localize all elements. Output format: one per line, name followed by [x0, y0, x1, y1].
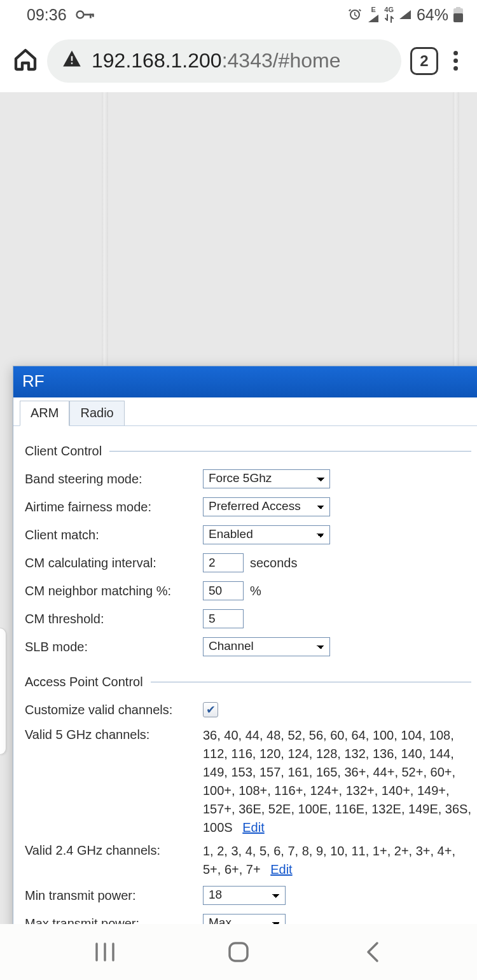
- band-steering-label: Band steering mode:: [25, 472, 203, 487]
- max-tx-power-select[interactable]: Max: [203, 914, 286, 924]
- valid-5ghz-value: 36, 40, 44, 48, 52, 56, 60, 64, 100, 104…: [203, 728, 471, 834]
- slb-mode-select[interactable]: Channel: [203, 637, 330, 656]
- airtime-fairness-label: Airtime fairness mode:: [25, 500, 203, 514]
- dialog-title: RF: [13, 366, 477, 397]
- svg-rect-6: [456, 7, 460, 9]
- android-nav-bar: [0, 924, 477, 980]
- client-match-label: Client match:: [25, 528, 203, 542]
- svg-point-0: [76, 11, 83, 18]
- customize-channels-label: Customize valid channels:: [25, 703, 203, 717]
- cm-neighbor-input[interactable]: [203, 581, 244, 600]
- valid-5ghz-label: Valid 5 GHz channels:: [25, 726, 203, 742]
- tab-radio[interactable]: Radio: [69, 401, 124, 425]
- max-tx-power-label: Max transmit power:: [25, 916, 203, 925]
- ap-control-legend: Access Point Control: [25, 675, 471, 689]
- svg-rect-2: [90, 14, 92, 18]
- band-steering-select[interactable]: Force 5Ghz: [203, 469, 330, 488]
- min-tx-power-label: Min transmit power:: [25, 888, 203, 903]
- vpn-key-icon: [76, 10, 95, 20]
- network-4g-indicator: 4G: [384, 6, 394, 23]
- svg-rect-3: [92, 14, 94, 17]
- airtime-fairness-select[interactable]: Preferred Access: [203, 497, 330, 516]
- cm-interval-unit: seconds: [250, 556, 298, 570]
- cm-threshold-label: CM threshold:: [25, 612, 203, 626]
- client-control-legend-text: Client Control: [25, 444, 102, 459]
- status-time: 09:36: [27, 6, 67, 24]
- cm-interval-label: CM calculating interval:: [25, 556, 203, 570]
- url-rest: :4343/#home: [222, 49, 341, 72]
- cm-neighbor-unit: %: [250, 584, 261, 598]
- client-match-select[interactable]: Enabled: [203, 525, 330, 544]
- nav-back-icon[interactable]: [350, 936, 394, 968]
- cm-interval-input[interactable]: [203, 553, 244, 572]
- svg-rect-1: [83, 14, 93, 16]
- customize-channels-checkbox[interactable]: ✔: [203, 702, 218, 717]
- arm-panel: Client Control Band steering mode: Force…: [13, 426, 477, 924]
- tab-switcher[interactable]: 2: [410, 47, 438, 75]
- client-control-legend: Client Control: [25, 444, 471, 459]
- battery-percent: 64%: [417, 6, 448, 24]
- valid-24ghz-edit-link[interactable]: Edit: [270, 862, 292, 876]
- scroll-hint-tab[interactable]: [0, 628, 6, 755]
- android-status-bar: 09:36 E 4G 64%: [0, 0, 477, 29]
- cm-neighbor-label: CM neighbor matching %:: [25, 584, 203, 598]
- tab-strip: ARMRadio: [13, 400, 477, 426]
- signal-icon: [399, 10, 411, 20]
- home-icon[interactable]: [13, 47, 38, 75]
- tab-arm[interactable]: ARM: [20, 401, 69, 426]
- page-viewport: RF ARMRadio Client Control Band steering…: [0, 92, 477, 924]
- alarm-icon: [347, 7, 363, 22]
- cm-threshold-input[interactable]: [203, 609, 244, 628]
- svg-rect-5: [453, 13, 463, 22]
- not-secure-icon: [62, 49, 81, 72]
- nav-home-icon[interactable]: [216, 936, 261, 968]
- browser-toolbar: 192.168.1.200:4343/#home 2: [0, 29, 477, 92]
- battery-icon: [453, 7, 463, 22]
- ap-control-legend-text: Access Point Control: [25, 675, 143, 689]
- rf-dialog: RF ARMRadio Client Control Band steering…: [13, 366, 477, 924]
- svg-rect-8: [71, 62, 73, 64]
- url-bar[interactable]: 192.168.1.200:4343/#home: [47, 39, 401, 83]
- svg-rect-7: [71, 56, 73, 61]
- min-tx-power-select[interactable]: 18: [203, 886, 286, 905]
- url-host: 192.168.1.200: [92, 49, 222, 72]
- valid-24ghz-label: Valid 2.4 GHz channels:: [25, 842, 203, 858]
- valid-24ghz-value: 1, 2, 3, 4, 5, 6, 7, 8, 9, 10, 11, 1+, 2…: [203, 844, 455, 876]
- network-e-indicator: E: [368, 6, 379, 23]
- overflow-menu-icon[interactable]: [447, 47, 464, 74]
- svg-rect-12: [230, 943, 247, 961]
- slb-mode-label: SLB mode:: [25, 640, 203, 654]
- tab-switcher-count: 2: [420, 52, 428, 70]
- nav-recents-icon[interactable]: [83, 936, 127, 968]
- valid-5ghz-edit-link[interactable]: Edit: [242, 820, 264, 834]
